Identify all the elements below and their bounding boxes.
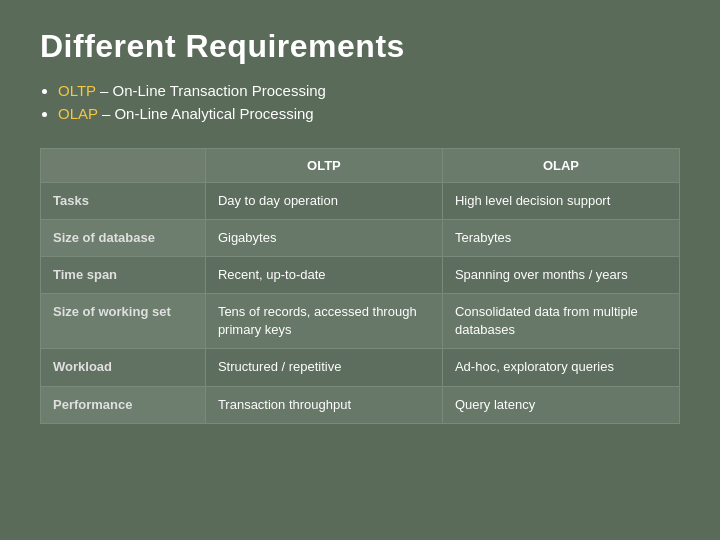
- table-row: PerformanceTransaction throughputQuery l…: [41, 386, 680, 423]
- table-row: Size of databaseGigabytesTerabytes: [41, 219, 680, 256]
- row-olap: High level decision support: [442, 182, 679, 219]
- bullet-olap-desc: – On-Line Analytical Processing: [98, 105, 314, 122]
- table-row: Size of working setTens of records, acce…: [41, 294, 680, 349]
- row-label: Time span: [41, 256, 206, 293]
- comparison-table: OLTP OLAP TasksDay to day operationHigh …: [40, 148, 680, 424]
- row-olap: Terabytes: [442, 219, 679, 256]
- row-label: Size of working set: [41, 294, 206, 349]
- row-label: Workload: [41, 349, 206, 386]
- row-olap: Ad-hoc, exploratory queries: [442, 349, 679, 386]
- bullet-olap-label: OLAP: [58, 105, 98, 122]
- header-oltp: OLTP: [205, 148, 442, 182]
- table-row: TasksDay to day operationHigh level deci…: [41, 182, 680, 219]
- row-oltp: Structured / repetitive: [205, 349, 442, 386]
- bullet-oltp: OLTP – On-Line Transaction Processing: [58, 79, 680, 102]
- header-empty: [41, 148, 206, 182]
- table-row: Time spanRecent, up-to-dateSpanning over…: [41, 256, 680, 293]
- header-olap: OLAP: [442, 148, 679, 182]
- row-oltp: Tens of records, accessed through primar…: [205, 294, 442, 349]
- row-olap: Query latency: [442, 386, 679, 423]
- bullet-oltp-label: OLTP: [58, 82, 96, 99]
- row-oltp: Day to day operation: [205, 182, 442, 219]
- row-label: Size of database: [41, 219, 206, 256]
- row-label: Tasks: [41, 182, 206, 219]
- bullet-oltp-desc: – On-Line Transaction Processing: [96, 82, 326, 99]
- table-row: WorkloadStructured / repetitiveAd-hoc, e…: [41, 349, 680, 386]
- row-label: Performance: [41, 386, 206, 423]
- table-header-row: OLTP OLAP: [41, 148, 680, 182]
- bullet-list: OLTP – On-Line Transaction Processing OL…: [40, 79, 680, 126]
- row-olap: Consolidated data from multiple database…: [442, 294, 679, 349]
- row-olap: Spanning over months / years: [442, 256, 679, 293]
- row-oltp: Recent, up-to-date: [205, 256, 442, 293]
- row-oltp: Transaction throughput: [205, 386, 442, 423]
- bullet-olap: OLAP – On-Line Analytical Processing: [58, 102, 680, 125]
- row-oltp: Gigabytes: [205, 219, 442, 256]
- page-title: Different Requirements: [40, 28, 680, 65]
- page-container: Different Requirements OLTP – On-Line Tr…: [0, 0, 720, 540]
